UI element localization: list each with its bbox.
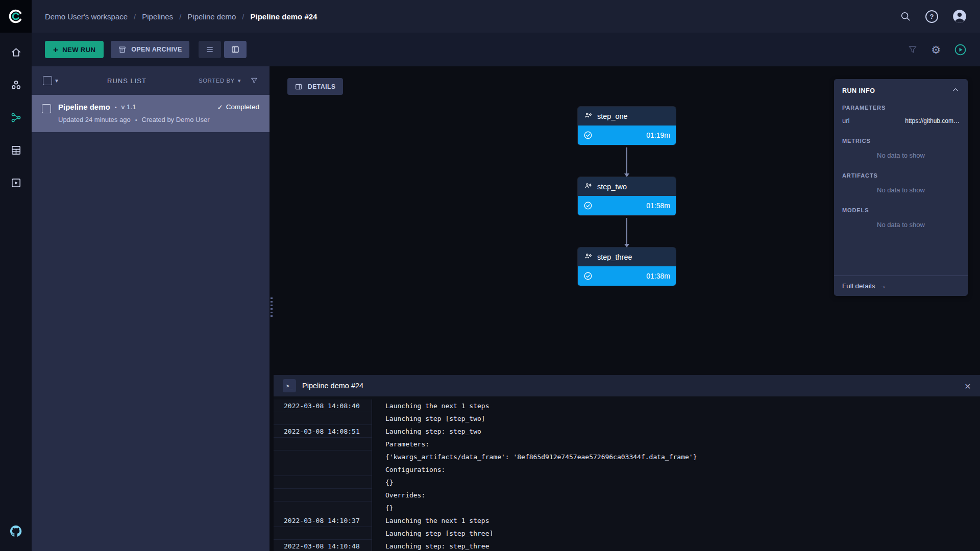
question-icon: ? [930, 13, 934, 20]
new-run-button[interactable]: + NEW RUN [45, 41, 104, 58]
search-icon [900, 11, 911, 22]
log-timestamp [274, 489, 372, 502]
breadcrumb-pipeline-demo[interactable]: Pipeline demo [187, 12, 236, 21]
run-updated: Updated 24 minutes ago [58, 116, 131, 123]
log-row: Launching step [step_three] [274, 527, 980, 540]
play-circle-icon [954, 43, 967, 56]
sidebar-item-home[interactable] [0, 36, 32, 68]
sidebar-item-reports[interactable] [0, 166, 32, 199]
node-header: step_one [578, 107, 676, 126]
console-header: >_ Pipeline demo #24 × [274, 375, 980, 396]
step-name: step_two [597, 183, 627, 191]
breadcrumb-pipelines[interactable]: Pipelines [142, 12, 173, 21]
log-message: Launching the next 1 steps [372, 399, 489, 412]
settings-button[interactable]: ⚙ [931, 44, 941, 55]
pipeline-dag: step_one 01:19m [578, 107, 676, 286]
sidebar-item-pipelines[interactable] [0, 101, 32, 134]
log-row: 2022-03-08 14:10:37 Launching the next 1… [274, 514, 980, 527]
log-message: {'kwargs_artifacts/data_frame': '8ef865d… [372, 450, 697, 463]
log-row: 2022-03-08 14:08:51 Launching step: step… [274, 425, 980, 438]
projects-icon [10, 79, 22, 91]
run-created-by: Created by Demo User [142, 116, 210, 123]
models-empty-state: No data to show [842, 221, 960, 229]
github-link[interactable] [9, 524, 22, 540]
log-timestamp [274, 463, 372, 476]
new-run-label: NEW RUN [62, 46, 95, 54]
log-row: Launching step [step_two] [274, 412, 980, 425]
log-row: Configurations: [274, 463, 980, 476]
log-row: Overrides: [274, 489, 980, 502]
node-status-bar: 01:38m [578, 266, 676, 286]
step-duration: 01:38m [646, 272, 670, 280]
split-view-icon [231, 45, 240, 54]
select-all-caret-icon[interactable]: ▾ [55, 77, 58, 84]
select-all-checkbox[interactable] [43, 76, 52, 85]
pipeline-step-node-three[interactable]: step_three 01:38m [578, 247, 676, 286]
sorted-by-control[interactable]: SORTED BY ▾ [199, 77, 241, 84]
collapse-panel-button[interactable] [951, 86, 960, 95]
breadcrumb-workspace[interactable]: Demo User's workspace [45, 12, 128, 21]
run-info-header: RUN INFO [834, 79, 968, 98]
node-status-bar: 01:19m [578, 126, 676, 145]
parameter-value: https://github.com… [905, 117, 960, 124]
user-menu-button[interactable] [952, 9, 967, 23]
console-title: Pipeline demo #24 [302, 382, 363, 390]
log-timestamp [274, 476, 372, 489]
log-row: {'kwargs_artifacts/data_frame': '8ef865d… [274, 450, 980, 463]
dag-arrow-icon [624, 145, 629, 177]
expand-panel-icon [295, 83, 303, 91]
sidebar-item-projects[interactable] [0, 68, 32, 101]
step-type-icon [584, 182, 593, 191]
run-pipeline-button[interactable] [954, 43, 967, 56]
plus-icon: + [53, 45, 58, 54]
console-log[interactable]: 2022-03-08 14:08:40 Launching the next 1… [274, 396, 980, 551]
run-card-main: Pipeline demo • v 1.1 ✓ Completed Update… [58, 103, 259, 123]
view-toggle-group [199, 41, 247, 58]
sorted-by-caret-icon: ▾ [238, 77, 241, 84]
table-view-icon [205, 45, 214, 54]
run-checkbox[interactable] [42, 104, 51, 113]
check-circle-icon [583, 131, 593, 140]
chevron-up-icon [951, 86, 960, 94]
stage: DETAILS step_one [274, 66, 980, 551]
pipeline-step-node-one[interactable]: step_one 01:19m [578, 107, 676, 145]
metrics-empty-state: No data to show [842, 152, 960, 159]
run-status-badge: ✓ Completed [217, 103, 259, 111]
runs-list-header: ▾ RUNS LIST SORTED BY ▾ [32, 66, 270, 95]
console-panel: >_ Pipeline demo #24 × 2022-03-08 14:08:… [274, 375, 980, 551]
details-button[interactable]: DETAILS [287, 78, 343, 95]
details-label: DETAILS [308, 83, 336, 90]
pipeline-toolbar: + NEW RUN OPEN ARCHIVE [32, 33, 980, 66]
help-button[interactable]: ? [925, 10, 938, 23]
node-header: step_three [578, 247, 676, 266]
run-list-item[interactable]: Pipeline demo • v 1.1 ✓ Completed Update… [32, 95, 270, 132]
log-row: 2022-03-08 14:08:40 Launching the next 1… [274, 399, 980, 412]
run-version: v 1.1 [121, 103, 136, 111]
filter-button[interactable] [908, 44, 918, 55]
log-message: Configurations: [372, 463, 445, 476]
avatar-icon [952, 9, 967, 23]
metrics-section-title: METRICS [842, 138, 960, 144]
log-message: Parameters: [372, 438, 429, 450]
table-view-toggle[interactable] [199, 41, 221, 58]
step-name: step_three [597, 253, 632, 261]
pipeline-step-node-two[interactable]: step_two 01:58m [578, 177, 676, 215]
open-archive-button[interactable]: OPEN ARCHIVE [111, 41, 189, 58]
log-message: Launching step: step_three [372, 540, 489, 551]
full-details-link[interactable]: Full details → [834, 276, 968, 296]
run-status-label: Completed [226, 103, 259, 111]
run-info-panel: RUN INFO PARAMETERS url https: [834, 79, 968, 296]
close-console-button[interactable]: × [965, 381, 971, 391]
brand-c-icon [7, 8, 24, 25]
panel-resizer[interactable] [270, 66, 274, 551]
step-duration: 01:58m [646, 202, 670, 210]
log-message: {} [372, 502, 394, 514]
log-row: Parameters: [274, 438, 980, 450]
runs-filter-button[interactable] [250, 77, 258, 85]
breadcrumb-current-run: Pipeline demo #24 [251, 12, 317, 21]
search-button[interactable] [900, 11, 911, 22]
clearml-logo[interactable] [0, 0, 32, 33]
split-view-toggle[interactable] [224, 41, 247, 58]
runs-list-title: RUNS LIST [107, 77, 146, 85]
sidebar-item-datasets[interactable] [0, 134, 32, 166]
